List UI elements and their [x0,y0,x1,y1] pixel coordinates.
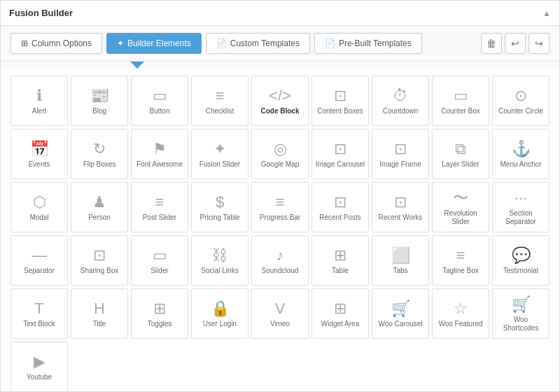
element-button[interactable]: ▭Button [131,76,188,126]
element-section-separator[interactable]: ···Section Separator [492,182,550,232]
tabs-icon: ⬜ [391,248,410,263]
element-recent-posts[interactable]: ⊡Recent Posts [312,182,369,232]
title-label: Title [93,320,106,328]
fusion-slider-label: Fusion Slider [200,160,240,169]
element-separator[interactable]: —Separator [10,235,68,286]
element-google-map[interactable]: ◎Google Map [251,129,309,179]
text-block-icon: T [34,301,43,316]
google-map-label: Google Map [261,160,299,169]
element-font-awesome[interactable]: ⚑Font Awesome [131,129,188,179]
code-block-icon: </> [269,88,291,104]
alert-label: Alert [32,107,47,115]
element-alert[interactable]: ℹAlert [10,76,68,126]
element-toggles[interactable]: ⊞Toggles [131,288,188,339]
tab-column-options[interactable]: ⊞ Column Options [10,33,102,54]
element-tabs[interactable]: ⬜Tabs [372,235,429,286]
toolbar-action-icons: 🗑 ↩ ↪ [481,33,550,54]
title-bar: Fusion Builder ▲ [1,1,559,26]
element-progress-bar[interactable]: ≡Progress Bar [251,182,309,232]
tab-pre-built-templates[interactable]: 📄 Pre-Built Templates [314,33,422,54]
element-menu-anchor[interactable]: ⚓Menu Anchor [492,129,550,179]
pricing-table-label: Pricing Table [200,214,239,222]
woo-carousel-label: Woo Carousel [378,320,422,328]
element-post-slider[interactable]: ≡Post Slider [131,182,188,232]
counter-circle-label: Counter Circle [498,107,543,115]
element-woo-carousel[interactable]: 🛒Woo Carousel [372,288,429,339]
element-youtube[interactable]: ▶Youtube [10,342,68,391]
element-text-block[interactable]: TText Block [10,288,68,339]
element-events[interactable]: 📅Events [10,129,68,179]
testimonial-icon: 💬 [512,248,531,263]
element-soundcloud[interactable]: ♪Soundcloud [251,235,309,286]
element-social-links[interactable]: ⛓Social Links [191,235,248,286]
element-woo-featured[interactable]: ☆Woo Featured [432,288,489,339]
google-map-icon: ◎ [274,141,287,157]
column-options-icon: ⊞ [21,38,28,48]
post-slider-label: Post Slider [143,214,176,222]
content-boxes-icon: ⊡ [334,88,346,104]
tab-custom-templates[interactable]: 📄 Custom Templates [206,33,310,54]
element-tagline-box[interactable]: ≡Tagline Box [432,235,489,286]
text-block-label: Text Block [23,320,55,328]
tab-builder-elements[interactable]: ✦ Builder Elements [106,33,202,54]
element-countdown[interactable]: ⏱Countdown [372,76,429,126]
element-flip-boxes[interactable]: ↻Flip Boxes [71,129,128,179]
collapse-icon[interactable]: ▲ [542,8,551,18]
countdown-label: Countdown [383,107,419,115]
element-woo-shortcodes[interactable]: 🛒Woo Shortcodes [492,288,550,339]
woo-shortcodes-label: Woo Shortcodes [496,316,546,332]
post-slider-icon: ≡ [155,195,164,210]
layer-slider-label: Layer Slider [442,160,479,169]
user-login-icon: 🔒 [211,301,230,316]
font-awesome-icon: ⚑ [153,141,167,157]
element-counter-box[interactable]: ▭Counter Box [432,76,489,126]
element-fusion-slider[interactable]: ✦Fusion Slider [191,129,248,179]
person-label: Person [88,214,111,222]
element-layer-slider[interactable]: ⧉Layer Slider [432,129,489,179]
element-image-frame[interactable]: ⊡Image Frame [372,129,429,179]
element-table[interactable]: ⊞Table [312,235,369,286]
element-sharing-box[interactable]: ⊡Sharing Box [71,235,128,286]
modal-label: Modal [29,214,48,222]
layer-slider-icon: ⧉ [455,141,466,157]
delete-button[interactable]: 🗑 [481,33,502,54]
table-icon: ⊞ [334,248,346,263]
element-blog[interactable]: 📰Blog [71,76,128,126]
element-slider[interactable]: ▭Slider [131,235,188,286]
element-person[interactable]: ♟Person [71,182,128,232]
element-content-boxes[interactable]: ⊡Content Boxes [312,76,369,126]
image-carousel-label: Image Carousel [316,160,365,169]
woo-carousel-icon: 🛒 [391,301,410,316]
countdown-icon: ⏱ [393,88,408,104]
user-login-label: User Login [203,320,237,328]
element-vimeo[interactable]: VVimeo [251,288,309,339]
element-revolution-slider[interactable]: 〜Revolution Slider [432,182,489,232]
font-awesome-label: Font Awesome [136,160,183,169]
modal-icon: ⬡ [33,195,46,210]
fusion-slider-icon: ✦ [214,141,226,157]
section-separator-icon: ··· [514,190,527,206]
element-modal[interactable]: ⬡Modal [10,182,68,232]
element-code-block[interactable]: </> Code Block [251,76,309,126]
recent-works-icon: ⊡ [394,195,407,210]
element-title[interactable]: HTitle [71,288,128,339]
element-user-login[interactable]: 🔒User Login [191,288,248,339]
element-widget-area[interactable]: ⊞Widget Area [312,288,369,339]
element-image-carousel[interactable]: ⊡Image Carousel [312,129,369,179]
element-checklist[interactable]: ≡Checklist [191,76,248,126]
checklist-label: Checklist [206,107,234,115]
section-separator-label: Section Separator [496,209,546,226]
undo-button[interactable]: ↩ [505,33,526,54]
blog-label: Blog [92,107,106,115]
content-boxes-label: Content Boxes [317,107,363,115]
alert-icon: ℹ [36,88,42,104]
redo-button[interactable]: ↪ [528,33,550,54]
separator-label: Separator [24,267,55,275]
element-testimonial[interactable]: 💬Testimonial [492,235,550,286]
toolbar: ⊞ Column Options ✦ Builder Elements 📄 Cu… [1,26,559,62]
revolution-slider-label: Revolution Slider [435,209,486,226]
element-pricing-table[interactable]: $Pricing Table [191,182,248,232]
element-counter-circle[interactable]: ⊙Counter Circle [492,76,550,126]
progress-bar-label: Progress Bar [260,214,300,222]
element-recent-works[interactable]: ⊡Recent Works [372,182,429,232]
